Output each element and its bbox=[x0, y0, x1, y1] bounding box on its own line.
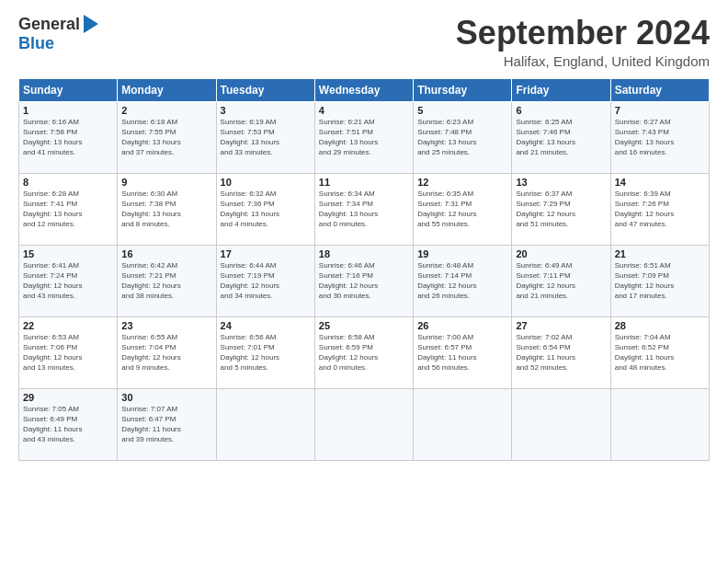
calendar-cell: 30Sunrise: 7:07 AM Sunset: 6:47 PM Dayli… bbox=[118, 388, 216, 460]
logo-blue-text: Blue bbox=[18, 34, 54, 53]
day-number: 6 bbox=[516, 105, 606, 116]
calendar-cell bbox=[610, 388, 709, 460]
day-detail: Sunrise: 6:21 AM Sunset: 7:51 PM Dayligh… bbox=[319, 117, 409, 158]
day-number: 23 bbox=[121, 320, 211, 331]
day-number: 11 bbox=[319, 177, 409, 188]
day-detail: Sunrise: 6:51 AM Sunset: 7:09 PM Dayligh… bbox=[615, 260, 705, 302]
day-number: 27 bbox=[516, 320, 606, 331]
day-number: 20 bbox=[516, 248, 606, 259]
calendar-cell: 20Sunrise: 6:49 AM Sunset: 7:11 PM Dayli… bbox=[512, 245, 610, 316]
calendar-cell bbox=[414, 388, 512, 460]
day-detail: Sunrise: 6:56 AM Sunset: 7:01 PM Dayligh… bbox=[221, 332, 311, 373]
day-detail: Sunrise: 6:34 AM Sunset: 7:34 PM Dayligh… bbox=[319, 189, 409, 230]
calendar-cell: 24Sunrise: 6:56 AM Sunset: 7:01 PM Dayli… bbox=[216, 316, 314, 388]
day-detail: Sunrise: 6:44 AM Sunset: 7:19 PM Dayligh… bbox=[221, 260, 311, 302]
month-title: September 2024 bbox=[456, 15, 710, 52]
day-detail: Sunrise: 6:46 AM Sunset: 7:16 PM Dayligh… bbox=[319, 260, 409, 302]
calendar-cell: 10Sunrise: 6:32 AM Sunset: 7:36 PM Dayli… bbox=[216, 173, 314, 245]
day-number: 17 bbox=[221, 248, 311, 259]
logo: General Blue bbox=[18, 15, 98, 53]
day-detail: Sunrise: 6:39 AM Sunset: 7:26 PM Dayligh… bbox=[615, 189, 705, 230]
day-detail: Sunrise: 6:16 AM Sunset: 7:58 PM Dayligh… bbox=[23, 117, 113, 158]
day-number: 4 bbox=[319, 105, 409, 116]
day-number: 7 bbox=[615, 105, 705, 116]
calendar-cell: 4Sunrise: 6:21 AM Sunset: 7:51 PM Daylig… bbox=[314, 101, 413, 173]
day-number: 14 bbox=[615, 177, 705, 188]
day-detail: Sunrise: 6:23 AM Sunset: 7:48 PM Dayligh… bbox=[417, 117, 507, 158]
calendar-header-row: SundayMondayTuesdayWednesdayThursdayFrid… bbox=[19, 78, 710, 101]
header: General Blue September 2024 Halifax, Eng… bbox=[18, 15, 710, 69]
day-number: 15 bbox=[23, 248, 113, 259]
calendar-cell: 28Sunrise: 7:04 AM Sunset: 6:52 PM Dayli… bbox=[610, 316, 709, 388]
day-number: 10 bbox=[221, 177, 311, 188]
calendar-week-row: 8Sunrise: 6:28 AM Sunset: 7:41 PM Daylig… bbox=[19, 173, 710, 245]
day-number: 26 bbox=[417, 320, 507, 331]
calendar-cell bbox=[512, 388, 610, 460]
day-detail: Sunrise: 6:35 AM Sunset: 7:31 PM Dayligh… bbox=[417, 189, 507, 230]
day-detail: Sunrise: 6:28 AM Sunset: 7:41 PM Dayligh… bbox=[23, 189, 113, 230]
calendar-cell: 25Sunrise: 6:58 AM Sunset: 6:59 PM Dayli… bbox=[314, 316, 413, 388]
column-header-sunday: Sunday bbox=[19, 78, 118, 101]
day-detail: Sunrise: 6:58 AM Sunset: 6:59 PM Dayligh… bbox=[319, 332, 409, 373]
calendar-cell: 12Sunrise: 6:35 AM Sunset: 7:31 PM Dayli… bbox=[414, 173, 512, 245]
day-detail: Sunrise: 6:30 AM Sunset: 7:38 PM Dayligh… bbox=[121, 189, 211, 230]
calendar-cell: 17Sunrise: 6:44 AM Sunset: 7:19 PM Dayli… bbox=[216, 245, 314, 316]
day-detail: Sunrise: 6:48 AM Sunset: 7:14 PM Dayligh… bbox=[417, 260, 507, 302]
column-header-wednesday: Wednesday bbox=[314, 78, 413, 101]
day-number: 1 bbox=[23, 105, 113, 116]
day-number: 30 bbox=[121, 392, 211, 403]
day-number: 3 bbox=[221, 105, 311, 116]
day-number: 9 bbox=[121, 177, 211, 188]
day-detail: Sunrise: 7:05 AM Sunset: 6:49 PM Dayligh… bbox=[23, 404, 113, 445]
day-detail: Sunrise: 7:07 AM Sunset: 6:47 PM Dayligh… bbox=[121, 404, 211, 445]
day-number: 28 bbox=[615, 320, 705, 331]
calendar-cell: 22Sunrise: 6:53 AM Sunset: 7:06 PM Dayli… bbox=[19, 316, 118, 388]
calendar-cell: 6Sunrise: 6:25 AM Sunset: 7:46 PM Daylig… bbox=[512, 101, 610, 173]
day-number: 8 bbox=[23, 177, 113, 188]
day-detail: Sunrise: 6:42 AM Sunset: 7:21 PM Dayligh… bbox=[121, 260, 211, 302]
title-block: September 2024 Halifax, England, United … bbox=[456, 15, 710, 69]
page-container: General Blue September 2024 Halifax, Eng… bbox=[0, 0, 728, 470]
day-number: 12 bbox=[417, 177, 507, 188]
day-number: 22 bbox=[23, 320, 113, 331]
day-detail: Sunrise: 7:04 AM Sunset: 6:52 PM Dayligh… bbox=[615, 332, 705, 373]
calendar-week-row: 15Sunrise: 6:41 AM Sunset: 7:24 PM Dayli… bbox=[19, 245, 710, 316]
day-detail: Sunrise: 6:25 AM Sunset: 7:46 PM Dayligh… bbox=[516, 117, 606, 158]
column-header-monday: Monday bbox=[118, 78, 216, 101]
day-detail: Sunrise: 6:19 AM Sunset: 7:53 PM Dayligh… bbox=[221, 117, 311, 158]
day-number: 2 bbox=[121, 105, 211, 116]
calendar-cell: 7Sunrise: 6:27 AM Sunset: 7:43 PM Daylig… bbox=[610, 101, 709, 173]
day-number: 29 bbox=[23, 392, 113, 403]
day-number: 16 bbox=[121, 248, 211, 259]
column-header-thursday: Thursday bbox=[414, 78, 512, 101]
calendar-cell: 8Sunrise: 6:28 AM Sunset: 7:41 PM Daylig… bbox=[19, 173, 118, 245]
day-detail: Sunrise: 6:27 AM Sunset: 7:43 PM Dayligh… bbox=[615, 117, 705, 158]
day-number: 24 bbox=[221, 320, 311, 331]
calendar-cell: 21Sunrise: 6:51 AM Sunset: 7:09 PM Dayli… bbox=[610, 245, 709, 316]
column-header-saturday: Saturday bbox=[610, 78, 709, 101]
day-number: 25 bbox=[319, 320, 409, 331]
day-detail: Sunrise: 6:18 AM Sunset: 7:55 PM Dayligh… bbox=[121, 117, 211, 158]
day-number: 21 bbox=[615, 248, 705, 259]
calendar-cell: 9Sunrise: 6:30 AM Sunset: 7:38 PM Daylig… bbox=[118, 173, 216, 245]
calendar-cell: 11Sunrise: 6:34 AM Sunset: 7:34 PM Dayli… bbox=[314, 173, 413, 245]
calendar-cell: 3Sunrise: 6:19 AM Sunset: 7:53 PM Daylig… bbox=[216, 101, 314, 173]
calendar-table: SundayMondayTuesdayWednesdayThursdayFrid… bbox=[18, 78, 710, 461]
day-detail: Sunrise: 6:53 AM Sunset: 7:06 PM Dayligh… bbox=[23, 332, 113, 373]
calendar-week-row: 22Sunrise: 6:53 AM Sunset: 7:06 PM Dayli… bbox=[19, 316, 710, 388]
calendar-cell bbox=[216, 388, 314, 460]
day-detail: Sunrise: 6:37 AM Sunset: 7:29 PM Dayligh… bbox=[516, 189, 606, 230]
day-number: 18 bbox=[319, 248, 409, 259]
calendar-cell: 5Sunrise: 6:23 AM Sunset: 7:48 PM Daylig… bbox=[414, 101, 512, 173]
calendar-cell: 15Sunrise: 6:41 AM Sunset: 7:24 PM Dayli… bbox=[19, 245, 118, 316]
day-detail: Sunrise: 6:49 AM Sunset: 7:11 PM Dayligh… bbox=[516, 260, 606, 302]
day-detail: Sunrise: 7:00 AM Sunset: 6:57 PM Dayligh… bbox=[417, 332, 507, 373]
day-detail: Sunrise: 7:02 AM Sunset: 6:54 PM Dayligh… bbox=[516, 332, 606, 373]
calendar-cell: 16Sunrise: 6:42 AM Sunset: 7:21 PM Dayli… bbox=[118, 245, 216, 316]
calendar-cell: 1Sunrise: 6:16 AM Sunset: 7:58 PM Daylig… bbox=[19, 101, 118, 173]
calendar-week-row: 29Sunrise: 7:05 AM Sunset: 6:49 PM Dayli… bbox=[19, 388, 710, 460]
calendar-cell: 29Sunrise: 7:05 AM Sunset: 6:49 PM Dayli… bbox=[19, 388, 118, 460]
column-header-friday: Friday bbox=[512, 78, 610, 101]
column-header-tuesday: Tuesday bbox=[216, 78, 314, 101]
calendar-week-row: 1Sunrise: 6:16 AM Sunset: 7:58 PM Daylig… bbox=[19, 101, 710, 173]
